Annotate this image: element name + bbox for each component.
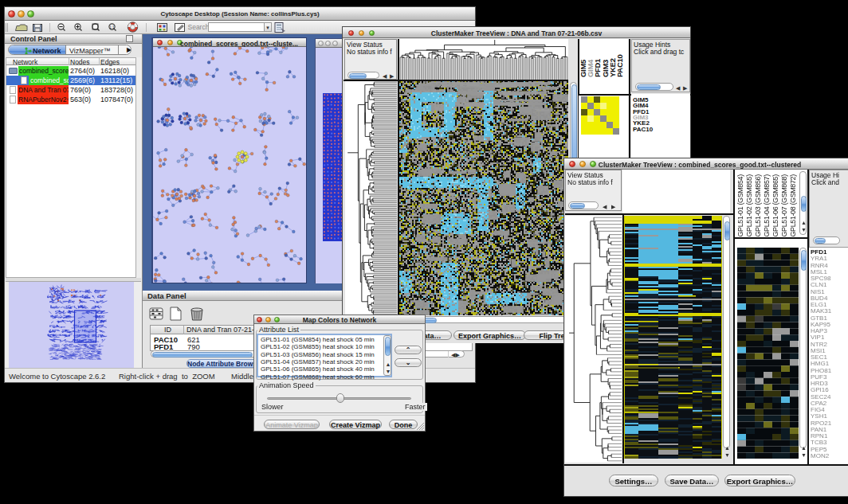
svg-text:1:1: 1:1 xyxy=(109,25,115,29)
